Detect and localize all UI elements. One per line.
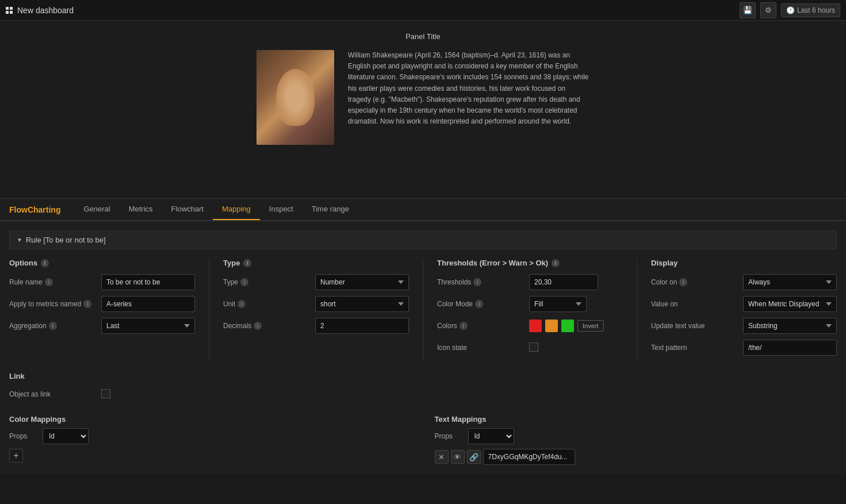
value-on-label: Value on bbox=[651, 300, 743, 308]
color-mappings-row: Props Id Name Style bbox=[9, 428, 412, 444]
icon-state-checkbox[interactable] bbox=[529, 343, 538, 352]
text-mappings-title: Text Mappings bbox=[435, 415, 837, 424]
thresholds-input[interactable] bbox=[529, 274, 598, 290]
color-mappings-title: Color Mappings bbox=[9, 415, 412, 424]
settings-button[interactable]: ⚙ bbox=[760, 2, 776, 18]
tab-general[interactable]: General bbox=[74, 199, 119, 220]
tab-metrics[interactable]: Metrics bbox=[120, 199, 162, 220]
colors-label: Colors i bbox=[437, 322, 529, 330]
aggregation-select[interactable]: Last First Max Min Avg Sum bbox=[101, 318, 195, 334]
unit-row: Unit i short long percent bbox=[223, 295, 409, 313]
options-info-icon[interactable]: i bbox=[41, 259, 49, 267]
color-mode-info-icon[interactable]: i bbox=[475, 300, 483, 308]
text-props-select[interactable]: Id Name Style bbox=[468, 428, 514, 444]
options-section: Options i Rule name i Apply to metrics n… bbox=[9, 259, 195, 338]
main-columns: Options i Rule name i Apply to metrics n… bbox=[9, 259, 837, 360]
mappings-section: Color Mappings Props Id Name Style + Tex… bbox=[9, 415, 837, 465]
color-props-label: Props bbox=[9, 432, 38, 440]
link-section: Link Object as link bbox=[9, 372, 837, 403]
color-on-label: Color on i bbox=[651, 278, 743, 286]
value-on-select[interactable]: Always When Metric Displayed Never bbox=[743, 296, 837, 312]
invert-button[interactable]: Invert bbox=[577, 320, 604, 332]
aggregation-value: Last First Max Min Avg Sum bbox=[101, 318, 195, 334]
thresholds-section: Thresholds (Error > Warn > Ok) i Thresho… bbox=[437, 259, 623, 360]
color-mode-select[interactable]: Fill Text Background bbox=[529, 296, 587, 312]
color-mode-value: Fill Text Background bbox=[529, 296, 623, 312]
icon-state-value bbox=[529, 343, 623, 353]
decimals-value bbox=[315, 318, 409, 334]
text-mapping-input[interactable] bbox=[483, 449, 575, 465]
unit-info-icon[interactable]: i bbox=[238, 300, 246, 308]
unit-select[interactable]: short long percent bbox=[315, 296, 409, 312]
update-text-value: Substring Pattern None bbox=[743, 318, 837, 334]
text-props-label: Props bbox=[435, 432, 464, 440]
eye-button[interactable]: 👁 bbox=[451, 450, 465, 464]
update-text-row: Update text value Substring Pattern None bbox=[651, 317, 837, 335]
object-as-link-label: Object as link bbox=[9, 390, 101, 398]
thresholds-field-info-icon[interactable]: i bbox=[473, 278, 481, 286]
link-icon-button[interactable]: 🔗 bbox=[467, 450, 481, 464]
tab-flowchart[interactable]: Flowchart bbox=[162, 199, 213, 220]
remove-text-mapping-button[interactable]: ✕ bbox=[435, 450, 449, 464]
value-on-row: Value on Always When Metric Displayed Ne… bbox=[651, 295, 837, 313]
object-as-link-value bbox=[101, 389, 837, 400]
color-mappings-group: Color Mappings Props Id Name Style + bbox=[9, 415, 412, 463]
panel-area: Panel Title William Shakespeare (April 2… bbox=[0, 21, 846, 199]
panel-title: Panel Title bbox=[405, 32, 441, 41]
update-text-select[interactable]: Substring Pattern None bbox=[743, 318, 837, 334]
color-on-select[interactable]: Always When Metric Displayed Never bbox=[743, 274, 837, 290]
decimals-info-icon[interactable]: i bbox=[254, 322, 262, 330]
gear-icon: ⚙ bbox=[765, 6, 772, 14]
color-swatch-error[interactable] bbox=[529, 320, 542, 332]
tabs: General Metrics Flowchart Mapping Inspec… bbox=[74, 199, 358, 220]
color-swatch-ok[interactable] bbox=[561, 320, 574, 332]
type-info-icon[interactable]: i bbox=[243, 259, 251, 267]
apply-metrics-row: Apply to metrics named i bbox=[9, 295, 195, 313]
time-label: Last 6 hours bbox=[797, 6, 835, 14]
text-pattern-input[interactable] bbox=[743, 340, 837, 356]
decimals-input[interactable] bbox=[315, 318, 409, 334]
color-mode-label: Color Mode i bbox=[437, 300, 529, 308]
type-section: Type i Type i Number String Date bbox=[223, 259, 409, 338]
type-select[interactable]: Number String Date bbox=[315, 274, 409, 290]
plugin-section: FlowCharting General Metrics Flowchart M… bbox=[0, 199, 846, 221]
apply-metrics-input[interactable] bbox=[101, 296, 195, 312]
apply-metrics-info-icon[interactable]: i bbox=[83, 300, 91, 308]
time-range[interactable]: 🕐 Last 6 hours bbox=[781, 3, 840, 17]
text-pattern-label: Text pattern bbox=[651, 344, 743, 352]
tab-inspect[interactable]: Inspect bbox=[260, 199, 303, 220]
thresholds-value bbox=[529, 274, 623, 290]
topbar-right: 💾 ⚙ 🕐 Last 6 hours bbox=[740, 2, 840, 18]
text-mappings-group: Text Mappings Props Id Name Style ✕ 👁 🔗 bbox=[435, 415, 837, 465]
text-mappings-row: Props Id Name Style bbox=[435, 428, 837, 444]
grid-icon bbox=[6, 7, 13, 14]
rule-name-input[interactable] bbox=[101, 274, 195, 290]
update-text-label: Update text value bbox=[651, 322, 743, 330]
rule-name-row: Rule name i bbox=[9, 273, 195, 291]
color-props-select[interactable]: Id Name Style bbox=[43, 428, 89, 444]
rule-name-value bbox=[101, 274, 195, 290]
options-title: Options i bbox=[9, 259, 195, 267]
rule-name-info-icon[interactable]: i bbox=[45, 278, 53, 286]
colors-info-icon[interactable]: i bbox=[460, 322, 468, 330]
color-swatch-warn[interactable] bbox=[545, 320, 558, 332]
tab-time-range[interactable]: Time range bbox=[303, 199, 358, 220]
color-mode-row: Color Mode i Fill Text Background bbox=[437, 295, 623, 313]
save-button[interactable]: 💾 bbox=[740, 2, 756, 18]
object-as-link-checkbox[interactable] bbox=[101, 389, 110, 398]
rule-header[interactable]: ▼ Rule [To be or not to be] bbox=[9, 230, 837, 249]
tab-mapping[interactable]: Mapping bbox=[213, 199, 260, 220]
divider-1 bbox=[209, 259, 209, 360]
type-field-info-icon[interactable]: i bbox=[240, 278, 248, 286]
add-color-mapping-button[interactable]: + bbox=[9, 449, 23, 463]
divider-3 bbox=[637, 259, 637, 360]
plugin-header: FlowCharting General Metrics Flowchart M… bbox=[0, 199, 846, 221]
color-on-info-icon[interactable]: i bbox=[679, 278, 687, 286]
aggregation-row: Aggregation i Last First Max Min Avg Sum bbox=[9, 317, 195, 335]
apply-metrics-value bbox=[101, 296, 195, 312]
topbar-left: New dashboard bbox=[6, 6, 74, 15]
icon-state-label: Icon state bbox=[437, 344, 529, 352]
aggregation-info-icon[interactable]: i bbox=[49, 322, 57, 330]
plugin-name: FlowCharting bbox=[9, 199, 70, 220]
thresholds-info-icon[interactable]: i bbox=[552, 259, 560, 267]
